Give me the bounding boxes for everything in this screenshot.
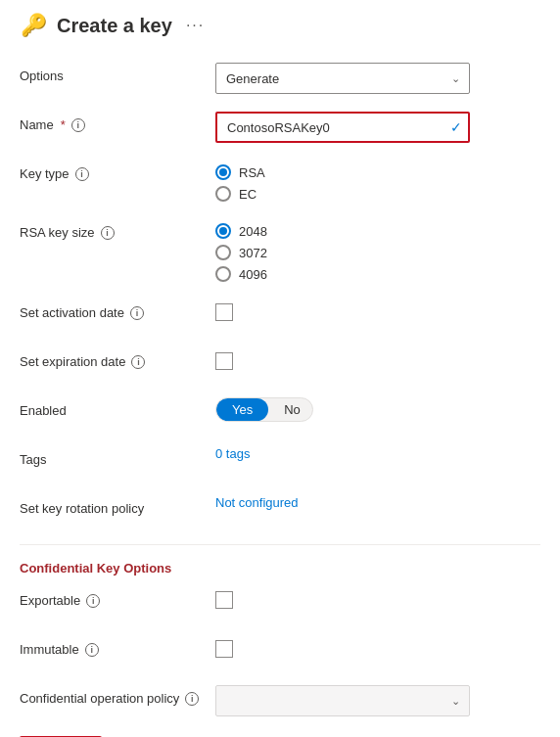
activation-date-row: Set activation date i: [20, 299, 540, 331]
key-type-rsa-label: RSA: [239, 165, 265, 180]
rsa-2048-radio[interactable]: [215, 223, 231, 239]
rsa-4096-option[interactable]: 4096: [215, 266, 540, 282]
tags-control: 0 tags: [215, 446, 540, 461]
confidential-op-policy-label: Confidential operation policy i: [20, 685, 215, 706]
activation-date-label: Set activation date i: [20, 299, 215, 320]
rsa-key-size-radio-group: 2048 3072 4096: [215, 219, 540, 282]
enabled-control: Yes No: [215, 397, 540, 422]
immutable-label: Immutable i: [20, 636, 215, 657]
confidential-op-policy-select[interactable]: [215, 685, 470, 716]
tags-link[interactable]: 0 tags: [215, 446, 250, 461]
rsa-2048-dot: [219, 227, 227, 235]
required-asterisk: *: [61, 117, 66, 132]
key-type-rsa-option[interactable]: RSA: [215, 164, 540, 180]
name-input[interactable]: [215, 112, 470, 143]
exportable-info-icon[interactable]: i: [86, 594, 100, 608]
name-row: Name * i ✓: [20, 112, 540, 143]
key-icon: 🔑: [20, 12, 47, 39]
key-type-ec-option[interactable]: EC: [215, 186, 540, 202]
key-type-control: RSA EC: [215, 161, 540, 202]
activation-date-control: [215, 299, 540, 321]
exportable-control: [215, 587, 540, 609]
options-label: Options: [20, 63, 215, 83]
rsa-3072-radio[interactable]: [215, 245, 231, 260]
key-type-ec-radio[interactable]: [215, 186, 231, 202]
section-divider: [20, 544, 540, 545]
name-input-wrapper: ✓: [215, 112, 470, 143]
confidential-key-options-section: Confidential Key Options: [20, 561, 540, 576]
rsa-2048-label: 2048: [239, 224, 267, 239]
key-type-rsa-radio[interactable]: [215, 164, 231, 180]
key-type-info-icon[interactable]: i: [75, 167, 89, 181]
expiration-date-label: Set expiration date i: [20, 348, 215, 369]
enabled-no-option[interactable]: No: [268, 398, 313, 421]
immutable-row: Immutable i: [20, 636, 540, 668]
options-select-wrapper: Generate Import Restore from Backup ⌄: [215, 63, 470, 94]
immutable-checkbox[interactable]: [215, 640, 233, 658]
tags-row: Tags 0 tags: [20, 446, 540, 478]
immutable-control: [215, 636, 540, 658]
key-type-radio-group: RSA EC: [215, 161, 540, 202]
page-container: 🔑 Create a key ··· Options Generate Impo…: [0, 0, 560, 737]
rsa-4096-label: 4096: [239, 267, 267, 282]
rsa-3072-option[interactable]: 3072: [215, 245, 540, 260]
page-header: 🔑 Create a key ···: [20, 12, 540, 39]
page-title: Create a key: [57, 15, 172, 37]
enabled-row: Enabled Yes No: [20, 397, 540, 429]
name-control: ✓: [215, 112, 540, 143]
key-type-ec-label: EC: [239, 187, 257, 202]
tags-label: Tags: [20, 446, 215, 467]
activation-date-checkbox[interactable]: [215, 303, 233, 321]
confidential-op-policy-control: ⌄: [215, 685, 540, 716]
key-type-rsa-dot: [219, 168, 227, 176]
name-label: Name * i: [20, 112, 215, 132]
options-control: Generate Import Restore from Backup ⌄: [215, 63, 540, 94]
key-rotation-label: Set key rotation policy: [20, 495, 215, 516]
enabled-toggle[interactable]: Yes No: [215, 397, 313, 422]
rsa-3072-label: 3072: [239, 246, 267, 260]
confidential-op-policy-select-wrapper: ⌄: [215, 685, 470, 716]
key-rotation-link[interactable]: Not configured: [215, 495, 299, 510]
exportable-label: Exportable i: [20, 587, 215, 608]
expiration-date-row: Set expiration date i: [20, 348, 540, 380]
name-info-icon[interactable]: i: [71, 118, 85, 132]
exportable-checkbox[interactable]: [215, 591, 233, 609]
exportable-row: Exportable i: [20, 587, 540, 619]
confidential-op-policy-row: Confidential operation policy i ⌄: [20, 685, 540, 716]
rsa-key-size-control: 2048 3072 4096: [215, 219, 540, 282]
rsa-key-size-label: RSA key size i: [20, 219, 215, 240]
ellipsis-menu-icon[interactable]: ···: [186, 17, 205, 34]
expiration-date-control: [215, 348, 540, 370]
rsa-4096-radio[interactable]: [215, 266, 231, 282]
rsa-2048-option[interactable]: 2048: [215, 223, 540, 239]
key-rotation-control: Not configured: [215, 495, 540, 510]
key-type-row: Key type i RSA EC: [20, 161, 540, 202]
expiration-date-checkbox[interactable]: [215, 352, 233, 370]
activation-date-info-icon[interactable]: i: [130, 306, 144, 320]
key-rotation-row: Set key rotation policy Not configured: [20, 495, 540, 527]
rsa-key-size-info-icon[interactable]: i: [101, 226, 115, 240]
options-select[interactable]: Generate Import Restore from Backup: [215, 63, 470, 94]
expiration-date-info-icon[interactable]: i: [131, 355, 145, 369]
enabled-yes-option[interactable]: Yes: [216, 398, 268, 421]
rsa-key-size-row: RSA key size i 2048 3072 4096: [20, 219, 540, 282]
options-row: Options Generate Import Restore from Bac…: [20, 63, 540, 94]
enabled-label: Enabled: [20, 397, 215, 418]
confidential-op-policy-info-icon[interactable]: i: [185, 692, 199, 706]
immutable-info-icon[interactable]: i: [85, 643, 99, 657]
input-checkmark-icon: ✓: [450, 119, 462, 135]
key-type-label: Key type i: [20, 161, 215, 181]
